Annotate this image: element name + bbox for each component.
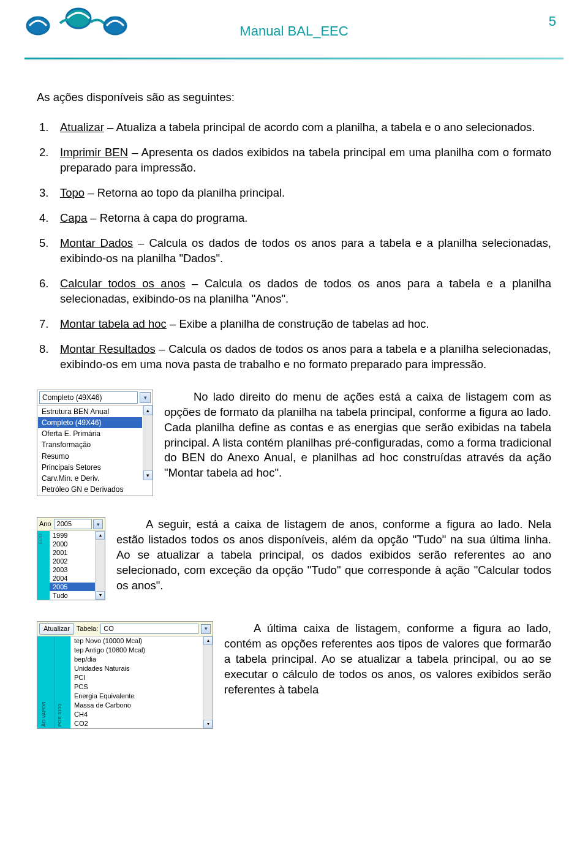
action-item: Capa – Retorna à capa do programa. xyxy=(37,211,551,226)
action-item: Montar tabela ad hoc – Exibe a planilha … xyxy=(37,317,551,332)
eco-label: ECO xyxy=(37,531,44,546)
page-header: Manual BAL_EEC 5 xyxy=(0,0,588,55)
action-name: Calcular todos os anos xyxy=(60,277,186,290)
list-item[interactable]: 2000 xyxy=(50,540,95,548)
format-combo[interactable]: Completo (49X46) ▾ xyxy=(37,390,153,406)
list-item[interactable]: Massa de Carbono xyxy=(70,701,203,710)
list-item[interactable]: 2001 xyxy=(50,548,95,557)
dropdown-icon[interactable]: ▾ xyxy=(140,392,151,403)
list-item[interactable]: PCS xyxy=(70,682,203,692)
list-item[interactable]: Resumo xyxy=(38,451,142,462)
tabela-listbox-figure: Atualizar Tabela: CO ▾ ÃO VAPOR POR 3100… xyxy=(37,621,213,729)
scrollbar[interactable]: ▴ ▾ xyxy=(203,636,213,728)
list-item[interactable]: Energia Equivalente xyxy=(70,692,203,701)
year-combo[interactable]: Ano 2005 ▾ xyxy=(37,518,105,531)
action-name: Montar Resultados xyxy=(60,342,156,355)
action-name: Montar Dados xyxy=(60,236,133,249)
list-item[interactable]: 2002 xyxy=(50,557,95,565)
year-block: Ano 2005 ▾ ECO 1999 2000 2001 2002 2003 … xyxy=(37,517,551,604)
scrollbar[interactable]: ▴ ▾ xyxy=(95,531,105,600)
list-item[interactable]: 2004 xyxy=(50,574,95,583)
list-item[interactable]: Carv.Min. e Deriv. xyxy=(38,473,142,484)
scroll-up-icon[interactable]: ▴ xyxy=(203,636,213,645)
side-vertical-label: ÃO VAPOR xyxy=(41,701,48,726)
list-item[interactable]: tep Antigo (10800 Mcal) xyxy=(70,646,203,655)
list-item[interactable]: CH4 xyxy=(70,710,203,719)
list-item[interactable]: Principais Setores xyxy=(38,462,142,473)
list-item[interactable]: Completo (49X46) xyxy=(38,417,142,428)
action-desc: – Calcula os dados de todos os anos para… xyxy=(60,236,551,265)
scroll-up-icon[interactable]: ▴ xyxy=(96,531,105,540)
year-combo-value: 2005 xyxy=(54,519,92,529)
action-desc: – Retorna à capa do programa. xyxy=(87,211,247,224)
chevron-down-icon: ▾ xyxy=(205,625,208,632)
actions-list: Atualizar – Atualiza a tabela principal … xyxy=(37,120,551,372)
tabela-list[interactable]: tep Novo (10000 Mcal) tep Antigo (10800 … xyxy=(70,636,203,728)
logo xyxy=(24,5,129,39)
action-item: Topo – Retorna ao topo da planilha princ… xyxy=(37,186,551,201)
year-listbox-figure: Ano 2005 ▾ ECO 1999 2000 2001 2002 2003 … xyxy=(37,517,105,600)
chevron-down-icon: ▾ xyxy=(144,394,147,401)
list-item[interactable]: 2003 xyxy=(50,565,95,574)
action-desc: – Atualiza a tabela principal de acordo … xyxy=(104,121,535,134)
page-number: 5 xyxy=(549,13,556,29)
list-item[interactable]: Unidades Naturais xyxy=(70,664,203,673)
tabela-label: Tabela: xyxy=(77,624,98,633)
year-label: Ano xyxy=(39,519,51,529)
svg-point-1 xyxy=(66,9,91,28)
scroll-down-icon[interactable]: ▾ xyxy=(203,720,213,728)
list-item[interactable]: 2005 xyxy=(50,583,95,591)
tabela-toolbar: Atualizar Tabela: CO ▾ xyxy=(37,622,213,636)
format-listbox-figure: Completo (49X46) ▾ Estrutura BEN Anual C… xyxy=(37,390,153,497)
action-name: Capa xyxy=(60,211,87,224)
scroll-down-icon[interactable]: ▾ xyxy=(143,470,153,480)
side-vertical-label: POR 3100 xyxy=(57,704,64,726)
action-item: Calcular todos os anos – Calcula os dado… xyxy=(37,276,551,307)
list-item[interactable]: Petróleo GN e Derivados xyxy=(38,484,142,495)
intro-text: As ações disponíveis são as seguintes: xyxy=(37,90,551,105)
list-item[interactable]: Oferta E. Primária xyxy=(38,428,142,439)
list-item[interactable]: Estrutura BEN Anual xyxy=(38,406,142,417)
tabela-combo-value[interactable]: CO xyxy=(100,624,198,634)
action-desc: – Exibe a planilha de construção de tabe… xyxy=(167,317,429,330)
action-name: Imprimir BEN xyxy=(60,146,128,159)
action-item: Imprimir BEN – Apresenta os dados exibid… xyxy=(37,145,551,176)
action-item: Montar Resultados – Calcula os dados de … xyxy=(37,342,551,372)
atualizar-button[interactable]: Atualizar xyxy=(39,623,74,635)
year-paragraph: A seguir, está a caixa de listagem de an… xyxy=(37,517,551,594)
scroll-up-icon[interactable]: ▴ xyxy=(143,406,153,415)
action-desc: – Retorna ao topo da planilha principal. xyxy=(85,186,285,199)
dropdown-icon[interactable]: ▾ xyxy=(201,624,211,634)
format-block: Completo (49X46) ▾ Estrutura BEN Anual C… xyxy=(37,390,551,500)
page-content: As ações disponíveis são as seguintes: A… xyxy=(0,59,588,733)
action-name: Montar tabela ad hoc xyxy=(60,317,167,330)
list-item[interactable]: bep/dia xyxy=(70,655,203,664)
action-desc: – Apresenta os dados exibidos na tabela … xyxy=(60,146,551,174)
format-list[interactable]: Estrutura BEN Anual Completo (49X46) Ofe… xyxy=(37,406,143,496)
scroll-down-icon[interactable]: ▾ xyxy=(96,591,105,600)
list-item[interactable]: CO2 xyxy=(70,719,203,728)
list-item[interactable]: tep Novo (10000 Mcal) xyxy=(70,636,203,646)
format-combo-value: Completo (49X46) xyxy=(39,391,138,404)
scrollbar[interactable]: ▴ ▾ xyxy=(143,406,153,480)
chevron-down-icon: ▾ xyxy=(97,521,100,528)
list-item[interactable]: PCI xyxy=(70,673,203,682)
year-list[interactable]: 1999 2000 2001 2002 2003 2004 2005 Tudo xyxy=(50,531,95,600)
year-side-panel: ECO xyxy=(37,531,50,600)
tabela-block: Atualizar Tabela: CO ▾ ÃO VAPOR POR 3100… xyxy=(37,621,551,733)
action-item: Montar Dados – Calcula os dados de todos… xyxy=(37,236,551,266)
action-item: Atualizar – Atualiza a tabela principal … xyxy=(37,120,551,135)
list-item[interactable]: Tudo xyxy=(50,591,95,600)
action-name: Topo xyxy=(60,186,85,199)
action-name: Atualizar xyxy=(60,121,104,134)
tabela-side-panel: ÃO VAPOR POR 3100 xyxy=(37,636,70,728)
list-item[interactable]: 1999 xyxy=(50,531,95,540)
dropdown-icon[interactable]: ▾ xyxy=(93,519,103,529)
list-item[interactable]: Transformação xyxy=(38,439,142,450)
